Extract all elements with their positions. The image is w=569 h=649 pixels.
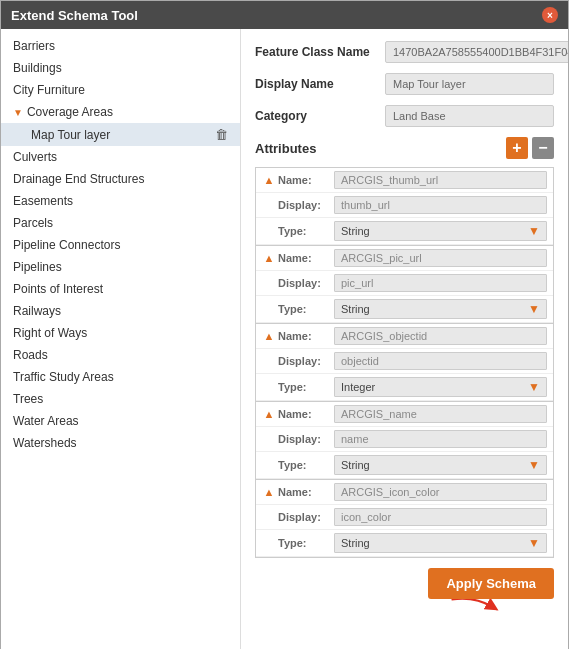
dropdown-arrow-icon: ▼ [528, 380, 540, 394]
attr-field-label: Name: [276, 408, 334, 420]
remove-attribute-button[interactable]: − [532, 137, 554, 159]
feature-class-label: Feature Class Name [255, 45, 385, 59]
sidebar-item-water-areas[interactable]: Water Areas [1, 410, 240, 432]
sidebar-item-label: Right of Ways [13, 326, 87, 340]
main-window: Extend Schema Tool × BarriersBuildingsCi… [0, 0, 569, 649]
category-row: Category Land Base [255, 105, 554, 127]
attr-type-select[interactable]: String ▼ [334, 533, 547, 553]
sidebar-item-label: Trees [13, 392, 43, 406]
sidebar-item-trees[interactable]: Trees [1, 388, 240, 410]
attr-type-value: String [341, 303, 370, 315]
sidebar-item-traffic-study-areas[interactable]: Traffic Study Areas [1, 366, 240, 388]
attr-field-label: Name: [276, 252, 334, 264]
sidebar-item-label: Roads [13, 348, 48, 362]
sidebar-item-drainage-end-structures[interactable]: Drainage End Structures [1, 168, 240, 190]
window-title: Extend Schema Tool [11, 8, 138, 23]
sidebar-item-label: Watersheds [13, 436, 77, 450]
sidebar-item-label: Water Areas [13, 414, 79, 428]
attr-field-value: ARCGIS_icon_color [334, 483, 547, 501]
sidebar-group-coverage-areas[interactable]: ▼Coverage Areas [1, 101, 240, 123]
attr-type-value: String [341, 225, 370, 237]
delete-icon[interactable]: 🗑 [215, 127, 228, 142]
attr-row: Display: icon_color [256, 505, 553, 530]
sidebar-item-label: Buildings [13, 61, 62, 75]
attr-field-value: ARCGIS_pic_url [334, 249, 547, 267]
attr-type-label: Type: [276, 459, 334, 471]
sidebar-item-culverts[interactable]: Culverts [1, 146, 240, 168]
attr-marker: ▲ [262, 174, 276, 186]
attr-type-select[interactable]: String ▼ [334, 221, 547, 241]
attr-field-value: icon_color [334, 508, 547, 526]
attr-row: Display: objectid [256, 349, 553, 374]
attr-field-value: ARCGIS_thumb_url [334, 171, 547, 189]
attr-field-label: Display: [276, 511, 334, 523]
dropdown-arrow-icon: ▼ [528, 224, 540, 238]
attr-type-select[interactable]: String ▼ [334, 455, 547, 475]
attr-type-value: String [341, 537, 370, 549]
attr-field-label: Display: [276, 355, 334, 367]
sidebar-item-watersheds[interactable]: Watersheds [1, 432, 240, 454]
sidebar-item-label: Easements [13, 194, 73, 208]
attr-row: Type: String ▼ [256, 530, 553, 557]
display-name-label: Display Name [255, 77, 385, 91]
content-area: BarriersBuildingsCity Furniture▼Coverage… [1, 29, 568, 649]
sidebar-item-label: Pipelines [13, 260, 62, 274]
sidebar-item-label: Pipeline Connectors [13, 238, 120, 252]
sidebar-item-railways[interactable]: Railways [1, 300, 240, 322]
attr-row: ▲ Name: ARCGIS_thumb_url [256, 168, 553, 193]
attr-type-select[interactable]: String ▼ [334, 299, 547, 319]
dropdown-arrow-icon: ▼ [528, 302, 540, 316]
apply-schema-button[interactable]: Apply Schema [428, 568, 554, 599]
title-bar: Extend Schema Tool × [1, 1, 568, 29]
attr-row: ▲ Name: ARCGIS_icon_color [256, 480, 553, 505]
attr-row: Type: String ▼ [256, 296, 553, 323]
attr-field-label: Name: [276, 330, 334, 342]
sidebar-item-label: Barriers [13, 39, 55, 53]
dropdown-arrow-icon: ▼ [528, 458, 540, 472]
sidebar-item-points-of-interest[interactable]: Points of Interest [1, 278, 240, 300]
sidebar-item-pipeline-connectors[interactable]: Pipeline Connectors [1, 234, 240, 256]
add-attribute-button[interactable]: + [506, 137, 528, 159]
sidebar-child-label: Map Tour layer [31, 128, 110, 142]
attr-type-value: Integer [341, 381, 375, 393]
sidebar-item-city-furniture[interactable]: City Furniture [1, 79, 240, 101]
attr-row: Type: Integer ▼ [256, 374, 553, 401]
display-name-row: Display Name Map Tour layer [255, 73, 554, 95]
sidebar-item-pipelines[interactable]: Pipelines [1, 256, 240, 278]
sidebar-item-parcels[interactable]: Parcels [1, 212, 240, 234]
attr-row: ▲ Name: ARCGIS_objectid [256, 324, 553, 349]
attr-row: Type: String ▼ [256, 218, 553, 245]
sidebar-item-label: Parcels [13, 216, 53, 230]
sidebar-item-roads[interactable]: Roads [1, 344, 240, 366]
chevron-down-icon: ▼ [13, 107, 23, 118]
attr-marker: ▲ [262, 486, 276, 498]
attr-field-label: Display: [276, 433, 334, 445]
attr-field-value: ARCGIS_name [334, 405, 547, 423]
sidebar-item-label: Railways [13, 304, 61, 318]
sidebar-item-right-of-ways[interactable]: Right of Ways [1, 322, 240, 344]
sidebar-item-label: Points of Interest [13, 282, 103, 296]
attr-type-select[interactable]: Integer ▼ [334, 377, 547, 397]
category-label: Category [255, 109, 385, 123]
left-panel: BarriersBuildingsCity Furniture▼Coverage… [1, 29, 241, 649]
sidebar-child-map-tour-layer[interactable]: Map Tour layer🗑 [1, 123, 240, 146]
apply-button-container: Apply Schema [255, 558, 554, 603]
attr-type-label: Type: [276, 225, 334, 237]
attr-row: ▲ Name: ARCGIS_name [256, 402, 553, 427]
attr-row: Type: String ▼ [256, 452, 553, 479]
sidebar-item-label: Culverts [13, 150, 57, 164]
feature-class-value: 1470BA2A758555400D1BB4F31F0417A0 [385, 41, 568, 63]
attr-field-label: Display: [276, 277, 334, 289]
close-button[interactable]: × [542, 7, 558, 23]
attr-row: Display: pic_url [256, 271, 553, 296]
attr-field-value: ARCGIS_objectid [334, 327, 547, 345]
sidebar-item-barriers[interactable]: Barriers [1, 35, 240, 57]
attr-row: Display: thumb_url [256, 193, 553, 218]
sidebar-item-label: Drainage End Structures [13, 172, 144, 186]
attr-field-label: Name: [276, 486, 334, 498]
sidebar-item-buildings[interactable]: Buildings [1, 57, 240, 79]
attr-field-value: objectid [334, 352, 547, 370]
attributes-header: Attributes + − [255, 137, 554, 159]
attr-marker: ▲ [262, 252, 276, 264]
sidebar-item-easements[interactable]: Easements [1, 190, 240, 212]
